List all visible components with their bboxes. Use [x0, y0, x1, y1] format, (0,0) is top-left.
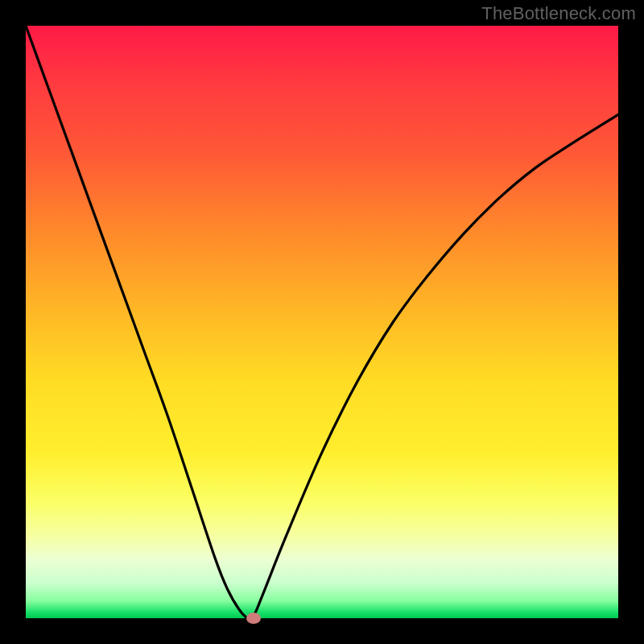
- chart-frame: TheBottleneck.com: [0, 0, 644, 644]
- watermark-text: TheBottleneck.com: [481, 3, 636, 24]
- bottleneck-curve: [26, 26, 618, 618]
- curve-layer: [26, 26, 618, 618]
- minimum-marker-icon: [246, 613, 261, 624]
